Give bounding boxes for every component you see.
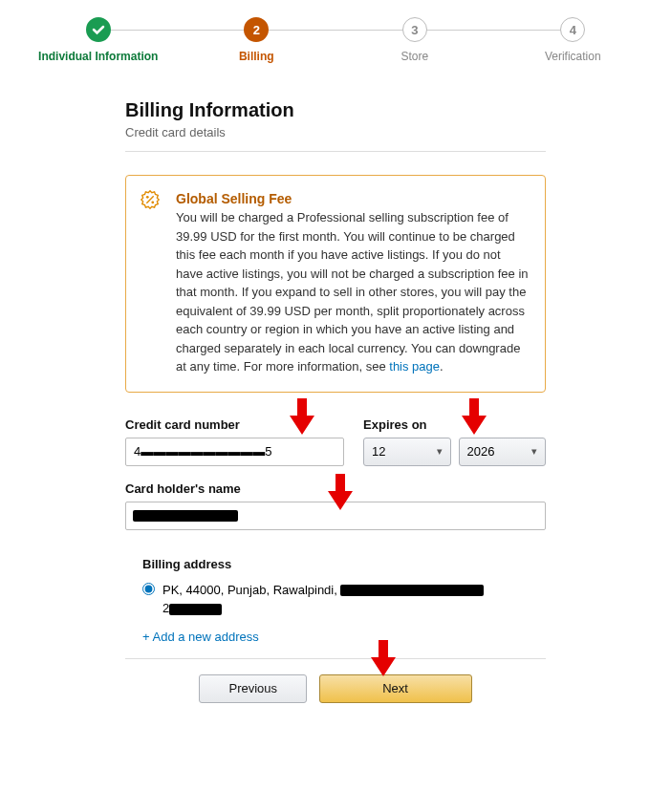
address-line-1: PK, 44000, Punjab, Rawalpindi, [162, 583, 340, 597]
card-holder-label: Card holder's name [125, 481, 546, 496]
billing-panel: Billing Information Credit card details … [125, 90, 546, 732]
step-verification: 4 Verification [494, 17, 653, 63]
svg-point-0 [146, 196, 149, 199]
divider [125, 658, 546, 659]
redaction [340, 585, 484, 596]
expiry-year-select[interactable]: 2026 ▾ [459, 438, 546, 466]
step-store: 3 Store [336, 17, 494, 63]
badge-icon [140, 189, 161, 214]
next-button[interactable]: Next [319, 674, 472, 703]
notice-body: You will be charged a Professional selli… [176, 208, 530, 376]
billing-address-section: Billing address PK, 44000, Punjab, Rawal… [142, 557, 546, 645]
step-number: 2 [244, 17, 269, 42]
expiry-month-value: 12 [372, 444, 385, 459]
billing-address-label: Billing address [142, 557, 546, 571]
page-title: Billing Information [125, 99, 546, 121]
chevron-down-icon: ▾ [531, 445, 537, 458]
button-row: Previous Next [125, 674, 546, 732]
notice-title: Global Selling Fee [176, 191, 530, 206]
billing-address-text: PK, 44000, Punjab, Rawalpindi, 2 [162, 581, 484, 618]
step-number: 4 [560, 17, 585, 42]
address-line-2: 2 [162, 601, 169, 615]
step-label: Verification [494, 50, 653, 63]
this-page-link[interactable]: this page [389, 359, 440, 374]
redaction [169, 604, 222, 615]
chevron-down-icon: ▾ [437, 445, 443, 458]
redaction [133, 510, 238, 522]
step-individual-info[interactable]: Individual Information [19, 17, 178, 63]
panel-header: Billing Information Credit card details [125, 90, 546, 152]
step-label: Store [336, 50, 494, 63]
step-label: Billing [178, 50, 336, 63]
global-fee-notice: Global Selling Fee You will be charged a… [125, 175, 546, 393]
expires-label: Expires on [363, 417, 546, 432]
progress-stepper: Individual Information 2 Billing 3 Store… [0, 0, 671, 73]
step-number: 3 [402, 17, 427, 42]
svg-point-1 [151, 201, 154, 203]
annotation-arrow-icon [369, 640, 398, 678]
add-new-address-link[interactable]: + Add a new address [142, 630, 259, 644]
previous-button[interactable]: Previous [199, 674, 307, 703]
expiry-month-select[interactable]: 12 ▾ [363, 438, 450, 466]
card-number-label: Credit card number [125, 417, 344, 432]
expiry-year-value: 2026 [467, 444, 495, 459]
page-subtitle: Credit card details [125, 125, 546, 139]
notice-text: You will be charged a Professional selli… [176, 210, 529, 374]
step-label: Individual Information [19, 50, 178, 63]
step-billing[interactable]: 2 Billing [178, 17, 336, 63]
notice-period: . [440, 359, 444, 374]
card-number-input[interactable] [125, 438, 344, 466]
checkmark-icon [86, 17, 111, 42]
billing-address-radio[interactable] [142, 583, 155, 595]
